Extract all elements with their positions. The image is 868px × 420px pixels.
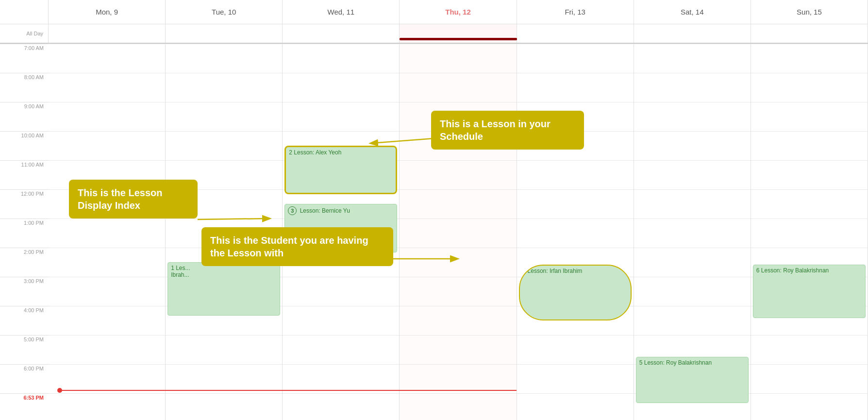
lesson-4[interactable]: 4 Lesson: Irfan Ibrahim bbox=[519, 265, 632, 320]
time-200pm: 2:00 PM bbox=[0, 248, 49, 277]
day-header-sat[interactable]: Sat, 14 bbox=[634, 0, 751, 24]
allday-time-bar bbox=[400, 38, 517, 40]
day-col-tue: 1 Les...Ibrah... bbox=[166, 44, 283, 420]
allday-sun bbox=[751, 24, 868, 43]
allday-fri bbox=[517, 24, 634, 43]
time-800am: 8:00 AM bbox=[0, 73, 49, 102]
lesson-3-label: Lesson: Bernice Yu bbox=[300, 207, 350, 214]
day-header-fri[interactable]: Fri, 13 bbox=[517, 0, 634, 24]
time-400pm: 4:00 PM bbox=[0, 306, 49, 335]
days-grid: 1 Les...Ibrah... bbox=[49, 44, 868, 420]
day-header-mon[interactable]: Mon, 9 bbox=[49, 0, 166, 24]
lesson-1-label: 1 Les...Ibrah... bbox=[171, 265, 190, 278]
time-1100am: 11:00 AM bbox=[0, 160, 49, 189]
time-gutter-header bbox=[0, 0, 49, 24]
day-header-wed[interactable]: Wed, 11 bbox=[283, 0, 400, 24]
allday-thu bbox=[400, 24, 517, 43]
allday-cells bbox=[49, 24, 868, 43]
calendar-container: Mon, 9 Tue, 10 Wed, 11 Thu, 12 Fri, 13 S… bbox=[0, 0, 868, 420]
time-900am: 9:00 AM bbox=[0, 102, 49, 131]
header-row: Mon, 9 Tue, 10 Wed, 11 Thu, 12 Fri, 13 S… bbox=[0, 0, 868, 24]
time-100pm: 1:00 PM bbox=[0, 218, 49, 248]
lesson-6[interactable]: 6 Lesson: Roy Balakrishnan bbox=[753, 265, 866, 318]
day-col-wed: 2 Lesson: Alex Yeoh 3 Lesson: Bernice Yu bbox=[283, 44, 400, 420]
day-col-sun: 6 Lesson: Roy Balakrishnan bbox=[751, 44, 868, 420]
lesson-2-label: 2 Lesson: Alex Yeoh bbox=[289, 149, 341, 156]
allday-sat bbox=[634, 24, 751, 43]
lesson-1[interactable]: 1 Les...Ibrah... bbox=[167, 262, 280, 316]
lesson-5-label: 5 Lesson: Roy Balakrishnan bbox=[639, 359, 712, 366]
time-700am: 7:00 AM bbox=[0, 44, 49, 73]
day-col-fri: 4 Lesson: Irfan Ibrahim bbox=[517, 44, 634, 420]
lesson-2[interactable]: 2 Lesson: Alex Yeoh bbox=[284, 146, 397, 194]
time-300pm: 3:00 PM bbox=[0, 277, 49, 306]
time-600pm: 6:00 PM bbox=[0, 364, 49, 393]
lesson-3[interactable]: 3 Lesson: Bernice Yu bbox=[284, 204, 397, 252]
time-labels: 7:00 AM 8:00 AM 9:00 AM 10:00 AM 11:00 A… bbox=[0, 44, 49, 420]
time-1000am: 10:00 AM bbox=[0, 131, 49, 160]
day-header-tue[interactable]: Tue, 10 bbox=[166, 0, 283, 24]
day-header-sun[interactable]: Sun, 15 bbox=[751, 0, 868, 24]
allday-mon bbox=[49, 24, 166, 43]
day-col-thu bbox=[400, 44, 517, 420]
allday-label: All Day bbox=[0, 24, 49, 43]
time-1200pm: 12:00 PM bbox=[0, 189, 49, 218]
lesson-6-label: 6 Lesson: Roy Balakrishnan bbox=[756, 267, 829, 274]
time-grid[interactable]: 7:00 AM 8:00 AM 9:00 AM 10:00 AM 11:00 A… bbox=[0, 44, 868, 420]
allday-tue bbox=[166, 24, 283, 43]
day-col-mon bbox=[49, 44, 166, 420]
day-header-thu[interactable]: Thu, 12 bbox=[400, 0, 517, 24]
day-col-sat: 5 Lesson: Roy Balakrishnan bbox=[634, 44, 751, 420]
time-current: 6:53 PM bbox=[0, 393, 49, 420]
lesson-5[interactable]: 5 Lesson: Roy Balakrishnan bbox=[636, 357, 749, 403]
lesson-3-index: 3 bbox=[288, 206, 297, 215]
allday-row: All Day bbox=[0, 24, 868, 44]
lesson-4-label: 4 Lesson: Irfan Ibrahim bbox=[523, 268, 583, 274]
allday-wed bbox=[283, 24, 400, 43]
time-500pm: 5:00 PM bbox=[0, 335, 49, 364]
